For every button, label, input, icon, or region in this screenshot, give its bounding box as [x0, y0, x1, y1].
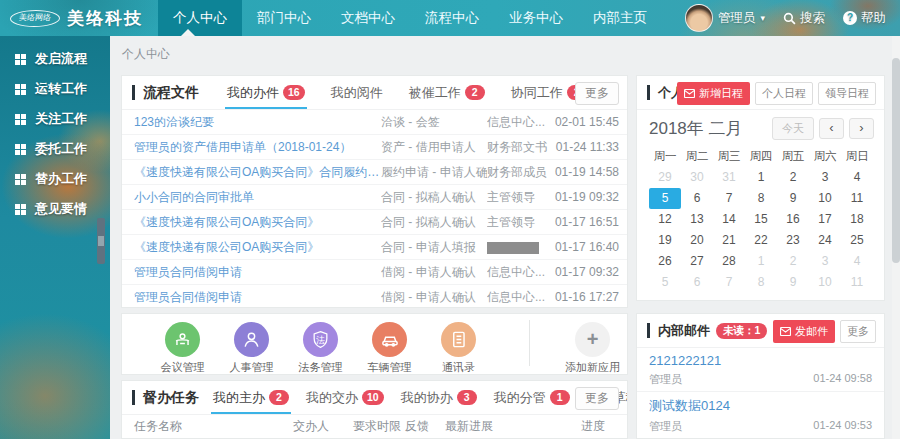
avatar[interactable]	[685, 4, 713, 32]
calendar-day[interactable]: 6	[681, 272, 713, 293]
calendar-day[interactable]: 8	[745, 188, 777, 209]
calendar-day[interactable]: 19	[649, 230, 681, 251]
calendar-day[interactable]: 24	[809, 230, 841, 251]
calendar-day[interactable]: 26	[649, 251, 681, 272]
process-row[interactable]: 《速度快递有限公司OA购买合同》合同履约申请履约申请 - 申请人确认财务部成员0…	[122, 159, 627, 184]
sidebar-item-6[interactable]: 意见要情	[0, 194, 110, 224]
process-tab-1[interactable]: 我的办件16	[227, 76, 305, 109]
tasks-more-button[interactable]: 更多	[575, 387, 619, 410]
process-row[interactable]: 《速度快递有限公司OA购买合同》合同 - 申请人填报01-17 16:40	[122, 234, 627, 259]
process-row-title[interactable]: 管理员合同借阅申请	[122, 264, 381, 281]
process-row[interactable]: 管理员合同借阅申请借阅 - 申请人确认信息中心...01-17 09:32	[122, 259, 627, 284]
process-row-title[interactable]: 管理员的资产借用申请单（2018-01-24）	[122, 139, 381, 156]
calendar-day[interactable]: 18	[841, 209, 873, 230]
calendar-day[interactable]: 25	[841, 230, 873, 251]
process-row-title[interactable]: 123的洽谈纪要	[122, 114, 381, 131]
send-mail-button[interactable]: 发邮件	[773, 320, 835, 343]
process-row-title[interactable]: 小小合同的合同审批单	[122, 189, 381, 206]
help-button[interactable]: ? 帮助	[843, 10, 886, 27]
calendar-day[interactable]: 28	[713, 251, 745, 272]
sidebar-item-5[interactable]: 替办工作	[0, 164, 110, 194]
sidebar-item-1[interactable]: 发启流程	[0, 44, 110, 74]
process-tab-2[interactable]: 我的阅件	[331, 76, 383, 109]
calendar-day[interactable]: 17	[809, 209, 841, 230]
calendar-day[interactable]: 14	[713, 209, 745, 230]
nav-item-3[interactable]: 文档中心	[326, 0, 410, 36]
nav-item-5[interactable]: 业务中心	[494, 0, 578, 36]
search-button[interactable]: 搜索	[783, 10, 825, 27]
sidebar-collapse-handle[interactable]	[97, 218, 105, 264]
prev-month-button[interactable]: ‹	[819, 118, 844, 139]
tasks-tab-4[interactable]: 我的分管1	[494, 381, 570, 414]
tasks-tab-1[interactable]: 我的主办2	[213, 381, 289, 414]
calendar-day[interactable]: 1	[745, 251, 777, 272]
calendar-day[interactable]: 29	[649, 167, 681, 188]
sidebar-item-4[interactable]: 委托工作	[0, 134, 110, 164]
process-row[interactable]: 小小合同的合同审批单合同 - 拟稿人确认主管领导01-19 09:32	[122, 184, 627, 209]
process-row[interactable]: 管理员合同借阅申请借阅 - 申请人确认信息中心...01-16 17:27	[122, 284, 627, 308]
calendar-day[interactable]: 22	[745, 230, 777, 251]
calendar-day[interactable]: 2	[777, 251, 809, 272]
calendar-day[interactable]: 1	[745, 167, 777, 188]
add-schedule-button[interactable]: 新增日程	[677, 82, 750, 105]
sidebar-item-3[interactable]: 关注工作	[0, 104, 110, 134]
process-row[interactable]: 《速度快递有限公司OA购买合同》合同 - 拟稿人确认主管领导01-17 16:5…	[122, 209, 627, 234]
leader-schedule-button[interactable]: 领导日程	[818, 82, 876, 105]
calendar-day-selected[interactable]: 5	[649, 188, 681, 209]
calendar-day[interactable]: 7	[713, 188, 745, 209]
nav-item-1[interactable]: 个人中心	[158, 0, 242, 36]
calendar-day[interactable]: 11	[841, 188, 873, 209]
calendar-day[interactable]: 30	[681, 167, 713, 188]
app-3[interactable]: 法法务管理	[286, 322, 355, 375]
calendar-day[interactable]: 31	[713, 167, 745, 188]
calendar-day[interactable]: 10	[809, 188, 841, 209]
calendar-day[interactable]: 2	[777, 167, 809, 188]
calendar-day[interactable]: 3	[809, 251, 841, 272]
add-new-app-button[interactable]: +添加新应用	[558, 322, 627, 375]
calendar-day[interactable]: 23	[777, 230, 809, 251]
process-row-title[interactable]: 《速度快递有限公司OA购买合同》	[122, 214, 381, 231]
nav-item-4[interactable]: 流程中心	[410, 0, 494, 36]
process-row[interactable]: 管理员的资产借用申请单（2018-01-24）资产 - 借用申请人财务部文书01…	[122, 134, 627, 159]
calendar-day[interactable]: 3	[809, 167, 841, 188]
calendar-day[interactable]: 4	[841, 167, 873, 188]
calendar-day[interactable]: 16	[777, 209, 809, 230]
tasks-tab-3[interactable]: 我的协办3	[401, 381, 477, 414]
calendar-day[interactable]: 15	[745, 209, 777, 230]
nav-item-6[interactable]: 内部主页	[578, 0, 662, 36]
tasks-tab-2[interactable]: 我的交办10	[306, 381, 384, 414]
vertical-scrollbar[interactable]	[892, 36, 900, 439]
process-row-title[interactable]: 管理员合同借阅申请	[122, 289, 381, 306]
calendar-day[interactable]: 5	[649, 272, 681, 293]
app-2[interactable]: 人事管理	[217, 322, 286, 375]
process-row-title[interactable]: 《速度快递有限公司OA购买合同》	[122, 239, 381, 256]
calendar-day[interactable]: 6	[681, 188, 713, 209]
mail-item-1[interactable]: 2121222121管理员01-24 09:58	[637, 348, 884, 391]
calendar-day[interactable]: 4	[841, 251, 873, 272]
today-button[interactable]: 今天	[772, 117, 814, 140]
app-5[interactable]: 通讯录	[424, 322, 493, 375]
process-more-button[interactable]: 更多	[575, 82, 619, 105]
process-tab-3[interactable]: 被催工作2	[409, 76, 485, 109]
process-row[interactable]: 123的洽谈纪要洽谈 - 会签信息中心...02-01 15:45	[122, 110, 627, 134]
calendar-day[interactable]: 8	[745, 272, 777, 293]
app-4[interactable]: 车辆管理	[355, 322, 424, 375]
calendar-day[interactable]: 27	[681, 251, 713, 272]
personal-schedule-button[interactable]: 个人日程	[755, 82, 813, 105]
nav-item-2[interactable]: 部门中心	[242, 0, 326, 36]
app-1[interactable]: 会议管理	[148, 322, 217, 375]
calendar-day[interactable]: 7	[713, 272, 745, 293]
app-logo[interactable]: 美络网络 美络科技	[10, 0, 143, 36]
mail-subject[interactable]: 测试数据0124	[649, 397, 872, 415]
user-menu[interactable]: 管理员 ▾	[685, 4, 765, 32]
scrollbar-thumb[interactable]	[892, 58, 900, 263]
calendar-day[interactable]: 9	[777, 272, 809, 293]
calendar-day[interactable]: 10	[809, 272, 841, 293]
calendar-day[interactable]: 20	[681, 230, 713, 251]
calendar-day[interactable]: 9	[777, 188, 809, 209]
calendar-day[interactable]: 13	[681, 209, 713, 230]
sidebar-item-2[interactable]: 运转工作	[0, 74, 110, 104]
process-row-title[interactable]: 《速度快递有限公司OA购买合同》合同履约申请	[122, 164, 381, 181]
mail-item-2[interactable]: 测试数据0124管理员01-24 09:53	[637, 391, 884, 438]
mail-more-button[interactable]: 更多	[840, 320, 876, 343]
